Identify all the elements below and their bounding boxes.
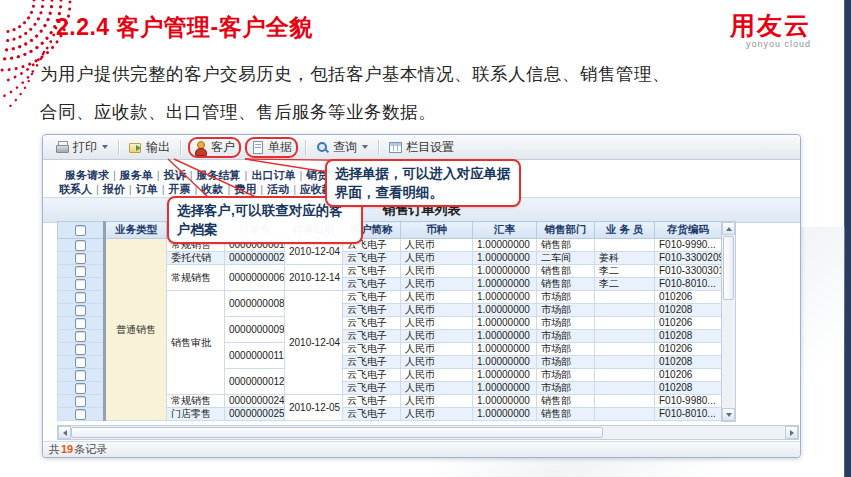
row-checkbox[interactable] <box>75 370 86 381</box>
table-cell[interactable]: 0000000025 <box>225 408 285 421</box>
row-checkbox[interactable] <box>75 344 86 355</box>
table-cell[interactable]: 市场部 <box>537 304 595 317</box>
table-cell[interactable]: 云飞电子 <box>343 317 401 330</box>
tab-item[interactable]: 费用 <box>234 183 256 195</box>
table-cell[interactable]: 人民币 <box>401 291 473 304</box>
table-cell[interactable]: 人民币 <box>401 317 473 330</box>
table-cell[interactable]: 人民币 <box>401 239 473 252</box>
table-cell[interactable]: 云飞电子 <box>343 382 401 395</box>
table-cell[interactable]: 姜科 <box>595 252 655 265</box>
table-cell[interactable]: 1.00000000 <box>473 252 537 265</box>
table-cell[interactable]: 2010-12-14 <box>285 265 343 291</box>
row-checkbox[interactable] <box>75 279 86 290</box>
toolbar-button-column-settings[interactable]: 栏目设置 <box>384 137 459 158</box>
table-cell[interactable]: 市场部 <box>537 382 595 395</box>
table-cell[interactable]: 2010-12-05 <box>285 395 343 421</box>
table-cell[interactable]: 1.00000000 <box>473 265 537 278</box>
tab-item[interactable]: 开票 <box>169 183 191 195</box>
row-checkbox[interactable] <box>75 305 86 316</box>
table-cell[interactable]: 人民币 <box>401 369 473 382</box>
table-cell[interactable]: 0000000011 <box>225 343 285 369</box>
table-cell[interactable]: 云飞电子 <box>343 278 401 291</box>
row-checkbox[interactable] <box>75 318 86 329</box>
table-cell[interactable]: 1.00000000 <box>473 278 537 291</box>
scroll-right-button[interactable] <box>785 426 798 439</box>
row-checkbox[interactable] <box>75 253 86 264</box>
table-cell[interactable]: F010-8010... <box>655 408 722 421</box>
table-cell[interactable]: 云飞电子 <box>343 265 401 278</box>
table-cell[interactable] <box>595 369 655 382</box>
table-cell[interactable]: 市场部 <box>537 369 595 382</box>
table-cell[interactable]: F010-3300209 <box>655 252 722 265</box>
table-cell[interactable]: 1.00000000 <box>473 356 537 369</box>
tab-item[interactable]: 投诉 <box>164 169 186 181</box>
table-cell[interactable]: 0000000012 <box>225 369 285 395</box>
horizontal-scrollbar[interactable] <box>57 425 799 440</box>
table-cell[interactable]: 销售审批 <box>167 291 225 395</box>
table-cell[interactable]: 010208 <box>655 330 722 343</box>
table-cell[interactable]: 0000000002 <box>225 252 285 265</box>
table-cell[interactable]: 门店零售 <box>167 408 225 421</box>
table-cell[interactable]: 销售部 <box>537 395 595 408</box>
toolbar-button-search[interactable]: 查询 <box>311 137 373 158</box>
table-cell[interactable]: F010-9980... <box>655 395 722 408</box>
toolbar-button-customer[interactable]: 客户 <box>188 137 241 158</box>
table-cell[interactable]: 市场部 <box>537 356 595 369</box>
select-all-checkbox[interactable] <box>75 225 86 236</box>
table-cell[interactable] <box>595 408 655 421</box>
table-cell[interactable]: 1.00000000 <box>473 330 537 343</box>
tab-item[interactable]: 收款 <box>201 183 223 195</box>
scroll-down-button[interactable] <box>722 408 735 421</box>
tab-item[interactable]: 服务请求 <box>65 169 109 181</box>
table-cell[interactable]: F010-9990... <box>655 239 722 252</box>
table-cell[interactable]: 010206 <box>655 317 722 330</box>
table-cell[interactable] <box>595 356 655 369</box>
table-cell[interactable]: 销售部 <box>537 265 595 278</box>
table-cell[interactable]: 销售部 <box>537 408 595 421</box>
table-cell[interactable]: 1.00000000 <box>473 239 537 252</box>
table-cell[interactable]: 010206 <box>655 291 722 304</box>
vertical-scroll-thumb[interactable] <box>723 236 734 300</box>
table-cell[interactable]: 二车间 <box>537 252 595 265</box>
table-cell[interactable]: 云飞电子 <box>343 356 401 369</box>
table-cell[interactable]: 人民币 <box>401 343 473 356</box>
table-cell[interactable]: 市场部 <box>537 343 595 356</box>
tab-item[interactable]: 活动 <box>267 183 289 195</box>
table-cell[interactable]: 人民币 <box>401 395 473 408</box>
table-cell[interactable]: 人民币 <box>401 252 473 265</box>
table-cell[interactable]: 0000000009 <box>225 317 285 343</box>
tab-item[interactable]: 出口订单 <box>251 169 295 181</box>
scroll-up-button[interactable] <box>722 222 735 235</box>
table-cell[interactable]: 010208 <box>655 356 722 369</box>
table-cell[interactable]: F010-3300301 <box>655 265 722 278</box>
table-cell[interactable]: 云飞电子 <box>343 304 401 317</box>
table-cell[interactable]: 市场部 <box>537 330 595 343</box>
table-cell[interactable]: 人民币 <box>401 265 473 278</box>
table-cell[interactable]: 常规销售 <box>167 395 225 408</box>
table-cell[interactable]: 1.00000000 <box>473 408 537 421</box>
table-cell[interactable]: 0000000008 <box>225 291 285 317</box>
table-cell[interactable]: 销售部 <box>537 278 595 291</box>
table-cell[interactable]: 委托代销 <box>167 252 225 265</box>
row-checkbox[interactable] <box>75 292 86 303</box>
tab-item[interactable]: 联系人 <box>59 183 92 195</box>
table-cell[interactable]: 市场部 <box>537 317 595 330</box>
table-cell[interactable]: 人民币 <box>401 356 473 369</box>
table-cell[interactable]: 市场部 <box>537 291 595 304</box>
row-checkbox[interactable] <box>75 240 86 251</box>
table-cell[interactable] <box>595 382 655 395</box>
table-cell[interactable]: 0000000006 <box>225 265 285 291</box>
row-checkbox[interactable] <box>75 409 86 420</box>
table-cell[interactable] <box>595 304 655 317</box>
table-cell[interactable] <box>595 239 655 252</box>
tab-item[interactable]: 报价 <box>103 183 125 195</box>
row-checkbox[interactable] <box>75 357 86 368</box>
table-cell[interactable]: 李二 <box>595 265 655 278</box>
table-cell[interactable] <box>595 317 655 330</box>
table-cell[interactable]: 人民币 <box>401 304 473 317</box>
table-cell[interactable]: 1.00000000 <box>473 304 537 317</box>
table-cell[interactable] <box>595 330 655 343</box>
tab-item[interactable]: 服务单 <box>120 169 153 181</box>
table-cell[interactable]: 1.00000000 <box>473 369 537 382</box>
table-cell[interactable]: 人民币 <box>401 408 473 421</box>
